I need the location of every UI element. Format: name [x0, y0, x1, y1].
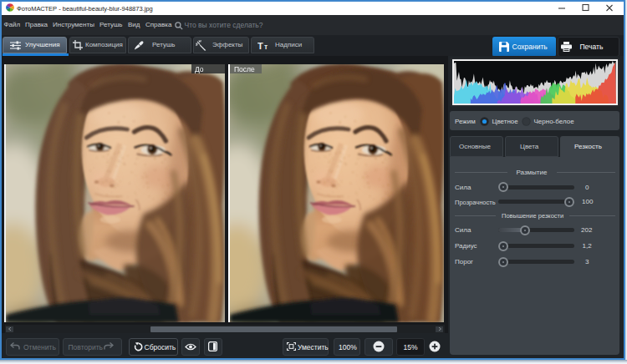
svg-text:T: T — [257, 41, 263, 50]
svg-text:т: т — [264, 43, 268, 51]
